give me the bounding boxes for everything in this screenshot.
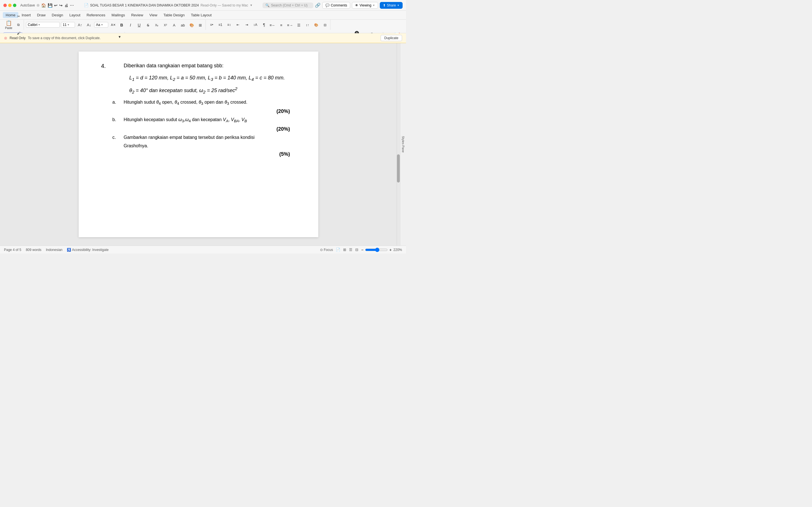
numbering-button[interactable]: ≡1: [216, 21, 224, 29]
show-paragraph-button[interactable]: ¶: [260, 21, 268, 29]
document-area[interactable]: 4. Diberikan data rangkaian empat batang…: [0, 43, 397, 245]
menu-view[interactable]: View: [147, 12, 160, 18]
sub-item-c: c. Gambarkan rangkaian empat batang ters…: [112, 135, 301, 149]
view-toggle-1[interactable]: 📄: [336, 247, 340, 252]
undo-icon[interactable]: ↩: [54, 3, 57, 8]
format-painter-icon[interactable]: 🖌: [15, 29, 22, 37]
language-indicator: Indonesian: [46, 248, 63, 252]
percentage-c: (5%): [101, 151, 301, 157]
styles-expand-icon[interactable]: ▼: [116, 33, 123, 41]
paste-button[interactable]: 📋 Paste: [3, 21, 14, 29]
view-toggle-4[interactable]: ⊟: [355, 247, 358, 252]
save-icon[interactable]: 💾: [48, 3, 52, 8]
search-bar[interactable]: 🔍 Search (Cmd + Ctrl + U): [262, 3, 313, 8]
menu-design[interactable]: Design: [49, 12, 66, 18]
question-block: 4. Diberikan data rangkaian empat batang…: [101, 63, 301, 69]
sub-item-c-line1: Gambarkan rangkaian empat batang tersebu…: [124, 135, 255, 140]
paragraph-group: ≡• ≡1 ≡↕ ⇤ ⇥ ↕A ¶ ≡← ≡ ≡→ ☰ ↕↑ 🎨 ⊟: [207, 20, 331, 30]
search-placeholder: Search (Cmd + Ctrl + U): [271, 3, 307, 7]
menu-review[interactable]: Review: [128, 12, 146, 18]
comments-button[interactable]: 💬 Comments: [322, 2, 350, 9]
menubar: Home Insert Draw Design Layout Reference…: [0, 11, 406, 20]
autosave-label: AutoSave: [20, 3, 35, 7]
zoom-in-button[interactable]: +: [389, 247, 392, 252]
multilevel-list-button[interactable]: ≡↕: [225, 21, 233, 29]
align-right-button[interactable]: ≡→: [286, 21, 294, 29]
paragraph-borders-button[interactable]: ⊟: [321, 21, 329, 29]
font-size-dropdown[interactable]: 11 ▼: [61, 22, 75, 27]
zoom-slider[interactable]: [365, 247, 388, 252]
font-color-button[interactable]: A: [170, 21, 178, 29]
zoom-out-button[interactable]: −: [361, 247, 363, 252]
share-icon: ⬆: [383, 3, 386, 7]
sub-item-b-label: b.: [112, 117, 124, 123]
view-toggle-3[interactable]: ☰: [349, 247, 352, 252]
zoom-control: − + 220%: [361, 247, 402, 252]
cut-icon[interactable]: ✂: [15, 12, 22, 20]
viewing-button[interactable]: 👁 Viewing ▼: [352, 2, 378, 9]
print-icon[interactable]: 🖨: [64, 3, 68, 8]
borders-button[interactable]: ⊞: [197, 21, 204, 29]
italic-button[interactable]: I: [126, 21, 135, 29]
warning-icon: ⊗: [4, 36, 7, 40]
paragraph-shading-button[interactable]: 🎨: [312, 21, 320, 29]
align-center-button[interactable]: ≡: [277, 21, 285, 29]
sort-button[interactable]: ↕A: [252, 21, 259, 29]
word-count: 809 words: [26, 248, 41, 252]
scrollbar-track[interactable]: [397, 43, 400, 245]
sub-item-c-text: Gambarkan rangkaian empat batang tersebu…: [124, 135, 255, 149]
bold-button[interactable]: B: [118, 21, 126, 29]
shading-button[interactable]: 🎨: [188, 21, 196, 29]
increase-indent-button[interactable]: ⇥: [243, 21, 251, 29]
menu-table-layout[interactable]: Table Layout: [188, 12, 214, 18]
readonly-message: To save a copy of this document, click D…: [28, 36, 101, 40]
accessibility-label[interactable]: ♿ Accessibility: Investigate: [67, 248, 109, 252]
menu-references[interactable]: References: [84, 12, 108, 18]
readonly-bar: ⊗ Read Only To save a copy of this docum…: [0, 33, 406, 43]
share-button[interactable]: ⬆ Share ▼: [380, 2, 403, 9]
sub-item-c-label: c.: [112, 135, 124, 149]
font-name-dropdown[interactable]: Calibri ▼: [26, 22, 60, 27]
decrease-font-button[interactable]: A↓: [85, 21, 93, 29]
document-title: SOAL TUGAS BESAR 1 KINEMATIKA DAN DINAMI…: [90, 3, 199, 7]
text-highlight-button[interactable]: ab: [179, 21, 187, 29]
focus-button[interactable]: ⊙ Focus: [320, 248, 333, 252]
percentage-b: (20%): [101, 126, 301, 132]
scrollbar-thumb[interactable]: [397, 154, 400, 182]
menu-draw[interactable]: Draw: [34, 12, 48, 18]
increase-font-button[interactable]: A↑: [76, 21, 84, 29]
statusbar-right: ⊙ Focus 📄 ⊞ ☰ ⊟ − + 220%: [320, 247, 402, 252]
menu-mailings[interactable]: Mailings: [109, 12, 128, 18]
superscript-button[interactable]: X²: [161, 21, 169, 29]
redo-icon[interactable]: ↪: [59, 3, 63, 8]
formula-line2: θ2 = 40° dan kecepatan sudut, ω2 = 25 ra…: [130, 86, 301, 94]
menu-layout[interactable]: Layout: [66, 12, 83, 18]
styles-pane-label[interactable]: Styles Pane: [400, 43, 406, 245]
more-icon[interactable]: ⋯: [70, 3, 74, 8]
font-case-chevron-icon: ▼: [101, 23, 103, 26]
minimize-window-button[interactable]: [8, 4, 11, 7]
menu-table-design[interactable]: Table Design: [161, 12, 188, 18]
align-left-button[interactable]: ≡←: [269, 21, 276, 29]
decrease-indent-button[interactable]: ⇤: [234, 21, 242, 29]
home-icon[interactable]: 🏠: [41, 3, 46, 8]
clear-formatting-button[interactable]: A✕: [109, 21, 117, 29]
statusbar: Page 4 of 5 809 words Indonesian ♿ Acces…: [0, 245, 406, 253]
fullscreen-window-button[interactable]: [13, 4, 16, 7]
close-window-button[interactable]: [3, 4, 7, 7]
line-spacing-button[interactable]: ↕↑: [304, 21, 312, 29]
font-case-dropdown[interactable]: Aa ▼: [94, 22, 108, 27]
collab-icon[interactable]: 🔗: [315, 3, 320, 8]
subscript-button[interactable]: X₂: [153, 21, 161, 29]
viewing-icon: 👁: [355, 3, 358, 7]
focus-icon: ⊙: [320, 248, 323, 252]
justify-button[interactable]: ☰: [295, 21, 303, 29]
status-chevron-icon[interactable]: ▼: [250, 4, 253, 7]
copy-icon[interactable]: ⧉: [15, 21, 22, 29]
formula-line1: L1 = d = 120 mm, L2 = a = 50 mm, L3 = b …: [130, 75, 301, 82]
duplicate-button[interactable]: Duplicate: [380, 35, 402, 41]
strikethrough-button[interactable]: S̶: [144, 21, 152, 29]
view-toggle-2[interactable]: ⊞: [343, 247, 346, 252]
bullets-button[interactable]: ≡•: [208, 21, 216, 29]
underline-button[interactable]: U: [135, 21, 143, 29]
